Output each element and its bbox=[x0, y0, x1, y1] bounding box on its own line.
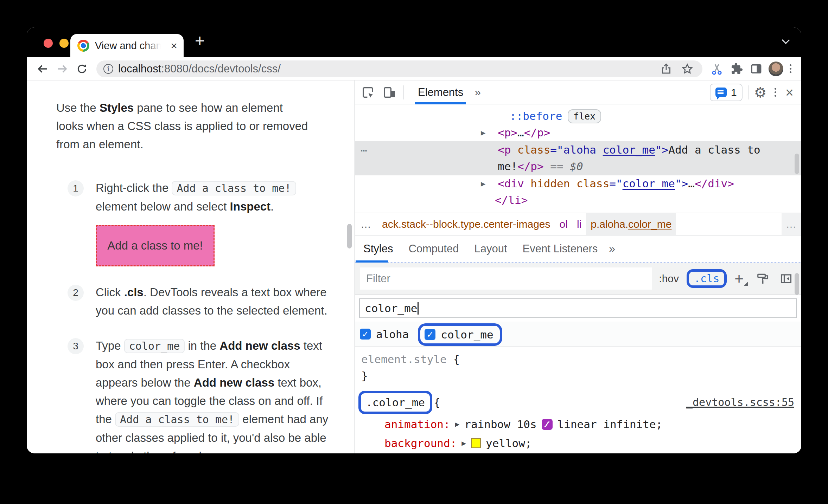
rendering-emulation-button[interactable] bbox=[755, 271, 771, 287]
profile-avatar[interactable] bbox=[768, 61, 784, 77]
browser-tab[interactable]: View and change CSS - Chrome × bbox=[70, 34, 184, 57]
devtools-settings-button[interactable]: ⚙ bbox=[754, 85, 767, 99]
add-class-demo-box[interactable]: Add a class to me! bbox=[96, 225, 215, 266]
doc-scrollbar-thumb[interactable] bbox=[347, 224, 352, 248]
address-bar[interactable]: i localhost:8080/docs/devtools/css/ bbox=[96, 60, 702, 77]
color-swatch-yellow[interactable] bbox=[471, 438, 481, 448]
extensions-button[interactable] bbox=[728, 61, 745, 77]
breadcrumb-li[interactable]: li bbox=[572, 213, 586, 235]
breadcrumb-stack[interactable]: ack.stack--block.type.center-images bbox=[377, 213, 555, 235]
browser-toolbar: i localhost:8080/docs/devtools/css/ bbox=[27, 57, 801, 80]
annotation-ring-cls: .cls bbox=[687, 269, 727, 288]
reload-icon bbox=[76, 63, 88, 75]
checkbox-checked-icon[interactable]: ✓ bbox=[425, 329, 435, 340]
tab-styles[interactable]: Styles bbox=[356, 235, 401, 262]
code-chip: Add a class to me! bbox=[172, 181, 296, 195]
scissors-icon bbox=[710, 62, 724, 76]
back-arrow-icon bbox=[36, 62, 49, 76]
breadcrumb-p-aloha-color-me[interactable]: p.aloha.color_me bbox=[586, 213, 676, 235]
chrome-favicon-icon bbox=[77, 40, 89, 52]
expand-arrow-icon[interactable]: ▶ bbox=[481, 124, 485, 141]
dom-tree: ::before flex ▶<p>…</p> …<p class="aloha… bbox=[355, 104, 801, 213]
new-tab-button[interactable]: + bbox=[195, 32, 205, 49]
dom-row-p-collapsed[interactable]: ▶<p>…</p> bbox=[355, 124, 801, 141]
device-toolbar-icon bbox=[383, 85, 397, 99]
tab-close-icon[interactable]: × bbox=[171, 40, 177, 51]
tab-strip: View and change CSS - Chrome × + bbox=[27, 27, 801, 57]
collapse-pane-button[interactable] bbox=[778, 271, 794, 287]
new-style-rule-button[interactable]: + bbox=[734, 271, 748, 286]
styles-filter-input[interactable] bbox=[360, 267, 652, 290]
bookmark-button[interactable] bbox=[679, 61, 695, 77]
dom-row-li-close[interactable]: </li> bbox=[355, 192, 801, 208]
styles-scrollbar-thumb[interactable] bbox=[795, 273, 799, 295]
devtools-menu-button[interactable] bbox=[772, 86, 778, 99]
step-3-number: 3 bbox=[68, 338, 84, 354]
expand-value-arrow-icon[interactable]: ▶ bbox=[461, 434, 466, 452]
breadcrumb-overflow-right[interactable]: … bbox=[782, 213, 801, 235]
text-caret bbox=[418, 302, 419, 315]
cls-toggle-button[interactable]: .cls bbox=[694, 272, 719, 285]
devtools-toolbar: Elements » 1 ⚙ × bbox=[355, 80, 801, 104]
share-button[interactable] bbox=[658, 61, 674, 77]
tab-elements[interactable]: Elements bbox=[414, 80, 467, 104]
code-chip: Add a class to me! bbox=[115, 412, 239, 427]
devtools-close-button[interactable]: × bbox=[784, 85, 795, 99]
side-panel-button[interactable] bbox=[748, 61, 764, 77]
close-window-button[interactable] bbox=[44, 39, 53, 48]
browser-window: View and change CSS - Chrome × + i local… bbox=[27, 27, 801, 453]
class-toggle-row: ✓ aloha ✓ color_me bbox=[355, 322, 801, 347]
add-new-class-input[interactable]: color_me bbox=[359, 298, 797, 318]
step-1-number: 1 bbox=[68, 180, 84, 196]
dom-row-selected-p[interactable]: …<p class="aloha color_me">Add a class t… bbox=[355, 141, 801, 175]
element-style-selector[interactable]: element.style bbox=[361, 353, 447, 366]
cubic-bezier-icon[interactable] bbox=[542, 419, 553, 430]
annotation-ring-color-me-checkbox: ✓ color_me bbox=[418, 323, 502, 346]
checkbox-checked-icon[interactable]: ✓ bbox=[360, 329, 371, 340]
breadcrumb-overflow-left[interactable]: … bbox=[355, 218, 377, 230]
active-tab-underline bbox=[356, 260, 388, 263]
forward-button[interactable] bbox=[54, 61, 70, 77]
class-checkbox-aloha[interactable]: ✓ aloha bbox=[360, 328, 409, 341]
step-1-text: Right-click the Add a class to me! eleme… bbox=[96, 179, 331, 266]
minimize-window-button[interactable] bbox=[59, 39, 69, 48]
clip-extension-button[interactable] bbox=[709, 61, 725, 77]
device-toolbar-button[interactable] bbox=[382, 84, 398, 101]
code-chip: color_me bbox=[124, 339, 185, 353]
rule-selector[interactable]: .color_me bbox=[366, 396, 425, 409]
expand-value-arrow-icon[interactable]: ▶ bbox=[455, 415, 460, 433]
inspect-element-button[interactable] bbox=[360, 84, 376, 101]
more-panels-chevron-icon[interactable]: » bbox=[472, 86, 483, 99]
back-button[interactable] bbox=[34, 61, 51, 77]
avatar bbox=[769, 62, 783, 76]
reload-button[interactable] bbox=[74, 61, 90, 77]
dom-row-before-pseudo[interactable]: ::before flex bbox=[355, 108, 801, 124]
css-property-animation[interactable]: animation: ▶ rainbow 10s linear infinite… bbox=[384, 415, 795, 433]
hov-toggle-button[interactable]: :hov bbox=[659, 273, 679, 285]
dom-scrollbar-thumb[interactable] bbox=[795, 154, 799, 174]
css-property-background[interactable]: background: ▶ yellow; bbox=[384, 434, 795, 452]
tab-event-listeners[interactable]: Event Listeners bbox=[515, 235, 606, 262]
issues-badge-button[interactable]: 1 bbox=[710, 84, 743, 101]
doc-step-2: 2 Click .cls. DevTools reveals a text bo… bbox=[68, 283, 333, 320]
dom-row-div-hidden[interactable]: ▶<div hidden class="color_me">…</div> bbox=[355, 175, 801, 192]
site-info-icon[interactable]: i bbox=[103, 64, 113, 74]
tab-layout[interactable]: Layout bbox=[466, 235, 515, 262]
inspect-cursor-icon bbox=[361, 85, 375, 99]
breadcrumb-ol[interactable]: ol bbox=[555, 213, 572, 235]
stylesheet-source-link[interactable]: _devtools.scss:55 bbox=[686, 394, 794, 411]
tab-title: View and change CSS - Chrome bbox=[95, 40, 165, 52]
more-tabs-chevron-icon[interactable]: » bbox=[605, 242, 619, 255]
tab-computed[interactable]: Computed bbox=[401, 235, 466, 262]
tab-search-chevron-icon[interactable] bbox=[782, 36, 790, 44]
share-icon bbox=[660, 63, 673, 75]
paint-roller-icon bbox=[756, 272, 770, 285]
expand-arrow-icon[interactable]: ▶ bbox=[481, 175, 485, 192]
browser-menu-button[interactable] bbox=[788, 62, 794, 75]
flex-badge[interactable]: flex bbox=[568, 109, 601, 123]
side-panel-icon bbox=[750, 63, 763, 75]
class-checkbox-color-me[interactable]: ✓ color_me bbox=[425, 328, 493, 341]
forward-arrow-icon bbox=[56, 62, 69, 76]
doc-intro: Use the Styles pane to see how an elemen… bbox=[56, 99, 308, 154]
dom-row-overflow-marker: … bbox=[361, 140, 368, 156]
